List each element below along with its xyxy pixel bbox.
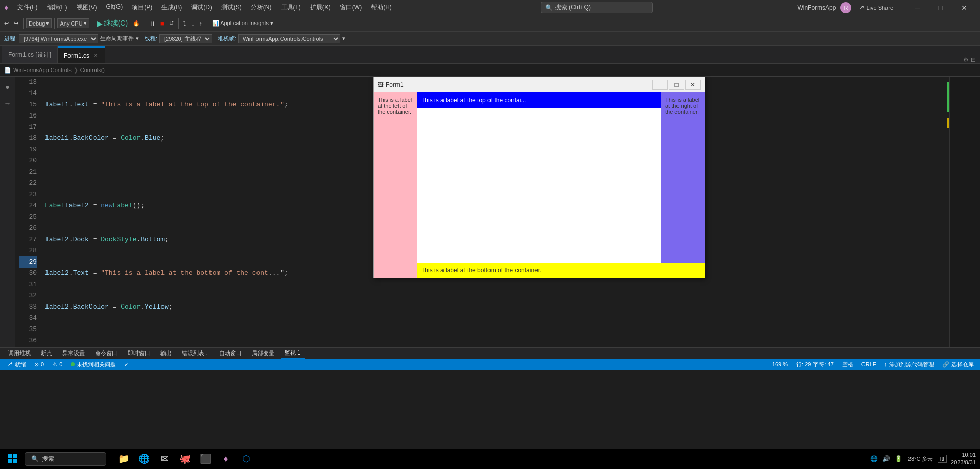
debug-tab-callstack[interactable]: 调用堆栈 bbox=[4, 348, 35, 358]
taskbar-vs-icon[interactable]: ♦ bbox=[217, 450, 235, 468]
stop-button[interactable]: ■ bbox=[158, 19, 166, 28]
pause-button[interactable]: ⏸ bbox=[148, 19, 157, 28]
thread-select[interactable]: [29820] 主线程 bbox=[159, 34, 212, 43]
menu-build[interactable]: 生成(B) bbox=[157, 2, 186, 13]
chevron-down-icon2: ▾ bbox=[84, 20, 87, 27]
debug-tab-breakpoints[interactable]: 断点 bbox=[37, 348, 56, 358]
volume-icon[interactable]: 🔊 bbox=[881, 454, 892, 464]
taskbar-github-icon[interactable]: 🐙 bbox=[176, 450, 194, 468]
debug-tab-output[interactable]: 输出 bbox=[156, 348, 176, 358]
fire-button[interactable]: 🔥 bbox=[131, 19, 142, 28]
menu-analyze[interactable]: 分析(N) bbox=[247, 2, 276, 13]
taskbar-files-icon[interactable]: 📁 bbox=[114, 450, 133, 468]
chevron-stack: ▾ bbox=[342, 35, 345, 42]
debug-tab-watch[interactable]: 监视 1 bbox=[281, 348, 305, 359]
menu-git[interactable]: Git(G) bbox=[102, 2, 127, 13]
debug-tab-exceptions[interactable]: 异常设置 bbox=[58, 348, 89, 358]
clock-date: 2023/8/31 bbox=[951, 459, 976, 466]
taskbar-app-icons: 📁 🌐 ✉ 🐙 ⬛ ♦ ⬡ bbox=[114, 450, 255, 468]
system-clock[interactable]: 10:01 2023/8/31 bbox=[951, 451, 976, 467]
stack-select[interactable]: WinFormsApp.Controls.Controls bbox=[238, 34, 340, 43]
tab-form1-cs[interactable]: Form1.cs ✕ bbox=[58, 46, 105, 63]
debug-tab-locals[interactable]: 局部变量 bbox=[248, 348, 278, 358]
menu-file[interactable]: 文件(F) bbox=[13, 2, 41, 13]
network-icon[interactable]: 🌐 bbox=[869, 454, 879, 464]
git-icon: ⎇ bbox=[6, 361, 13, 368]
menu-extensions[interactable]: 扩展(X) bbox=[306, 2, 335, 13]
taskbar-mail-icon[interactable]: ✉ bbox=[155, 450, 174, 468]
label-bottom: This is a label at the bottom of the con… bbox=[417, 263, 705, 278]
process-label: 进程: bbox=[4, 35, 17, 42]
debug-mode-dropdown[interactable]: Debug ▾ bbox=[26, 18, 52, 28]
application-insights-button[interactable]: 📊 Application Insights ▾ bbox=[210, 19, 275, 28]
user-avatar[interactable]: R bbox=[840, 2, 851, 13]
step-over-button[interactable]: ⤵ bbox=[181, 19, 189, 28]
search-box[interactable]: 🔍 搜索 (Ctrl+Q) bbox=[541, 2, 653, 13]
play-label: 继续(C) bbox=[104, 19, 128, 28]
vs-logo: ♦ bbox=[4, 3, 8, 12]
menu-edit[interactable]: 编辑(E) bbox=[43, 2, 72, 13]
menu-view[interactable]: 视图(V) bbox=[73, 2, 101, 13]
debug-mode-label: Debug bbox=[29, 20, 45, 27]
taskbar-terminal-icon[interactable]: ⬛ bbox=[196, 450, 215, 468]
taskbar-search[interactable]: 🔍 搜索 bbox=[25, 452, 106, 466]
menu-debug[interactable]: 调试(D) bbox=[187, 2, 216, 13]
error-status[interactable]: ⊗ 0 bbox=[32, 361, 46, 368]
undo-button[interactable]: ↩ bbox=[2, 19, 11, 28]
tab-label-design: Form1.cs [设计] bbox=[8, 51, 51, 59]
debug-tab-command[interactable]: 命令窗口 bbox=[91, 348, 122, 358]
select-repo[interactable]: 🔗 选择仓库 bbox=[940, 361, 976, 368]
minimize-button[interactable]: ─ bbox=[905, 0, 929, 15]
sep5 bbox=[178, 18, 179, 29]
no-issues-text: 未找到相关问题 bbox=[77, 361, 116, 368]
step-out-button[interactable]: ↑ bbox=[197, 19, 204, 28]
fix-icon[interactable]: ✓ bbox=[122, 361, 131, 368]
debug-tab-immediate[interactable]: 即时窗口 bbox=[124, 348, 154, 358]
menu-project[interactable]: 项目(P) bbox=[128, 2, 156, 13]
scroll-indicator-yellow bbox=[947, 118, 949, 128]
lang-indicator[interactable]: Itl bbox=[938, 455, 947, 463]
play-button[interactable]: ▶ 继续(C) bbox=[95, 18, 130, 29]
taskbar-edge-icon[interactable]: 🌐 bbox=[135, 450, 153, 468]
cpu-dropdown[interactable]: Any CPU ▾ bbox=[57, 18, 89, 28]
menu-bar: 文件(F) 编辑(E) 视图(V) Git(G) 项目(P) 生成(B) 调试(… bbox=[13, 2, 396, 13]
no-issues[interactable]: 未找到相关问题 bbox=[68, 361, 118, 368]
debug-tab-errorlist[interactable]: 错误列表... bbox=[178, 348, 213, 358]
split-icon[interactable]: ⊟ bbox=[971, 56, 976, 63]
redo-button[interactable]: ↪ bbox=[12, 19, 20, 28]
form-close-button[interactable]: ✕ bbox=[685, 80, 701, 90]
menu-help[interactable]: 帮助(H) bbox=[367, 2, 396, 13]
git-status[interactable]: ⎇ 就绪 bbox=[4, 361, 28, 368]
start-button[interactable] bbox=[4, 451, 20, 467]
debug-tab-auto[interactable]: 自动窗口 bbox=[215, 348, 246, 358]
encoding-status[interactable]: CRLF bbox=[859, 361, 878, 368]
arrow-icon[interactable]: → bbox=[2, 97, 13, 109]
step-into-button[interactable]: ↓ bbox=[190, 19, 197, 28]
breakpoint-icon[interactable]: ● bbox=[3, 81, 11, 93]
process-select[interactable]: [9764] WinFormsApp.exe bbox=[19, 34, 98, 43]
scroll-indicators bbox=[942, 77, 949, 347]
menu-tools[interactable]: 工具(T) bbox=[277, 2, 305, 13]
row-col[interactable]: 行: 29 字符: 47 bbox=[794, 361, 836, 368]
cpu-label: Any bbox=[60, 20, 69, 27]
add-to-repo[interactable]: ↑ 添加到源代码管理 bbox=[882, 361, 937, 368]
tab-close-button[interactable]: ✕ bbox=[92, 52, 99, 59]
spaces-status[interactable]: 空格 bbox=[840, 361, 855, 368]
taskbar-vscode-icon[interactable]: ⬡ bbox=[237, 450, 255, 468]
zoom-level[interactable]: 169 % bbox=[770, 361, 790, 368]
form-icon: 🖼 bbox=[378, 81, 384, 88]
menu-window[interactable]: 窗口(W) bbox=[336, 2, 366, 13]
warning-status[interactable]: ⚠ 0 bbox=[50, 361, 64, 368]
live-share-button[interactable]: ↗ Live Share bbox=[855, 3, 897, 12]
close-button[interactable]: ✕ bbox=[952, 0, 976, 15]
form-maximize-button[interactable]: □ bbox=[669, 80, 684, 90]
battery-icon[interactable]: 🔋 bbox=[894, 454, 904, 464]
settings-icon[interactable]: ⚙ bbox=[963, 56, 969, 63]
menu-test[interactable]: 测试(S) bbox=[217, 2, 246, 13]
taskbar: 🔍 搜索 📁 🌐 ✉ 🐙 ⬛ ♦ ⬡ 🌐 🔊 🔋 28°C 多云 Itl 10:… bbox=[0, 449, 980, 469]
form-minimize-button[interactable]: ─ bbox=[652, 80, 668, 90]
maximize-button[interactable]: □ bbox=[929, 0, 952, 15]
warning-count: 0 bbox=[59, 361, 62, 367]
tab-form1-design[interactable]: Form1.cs [设计] bbox=[2, 46, 58, 63]
restart-button[interactable]: ↺ bbox=[167, 19, 176, 28]
